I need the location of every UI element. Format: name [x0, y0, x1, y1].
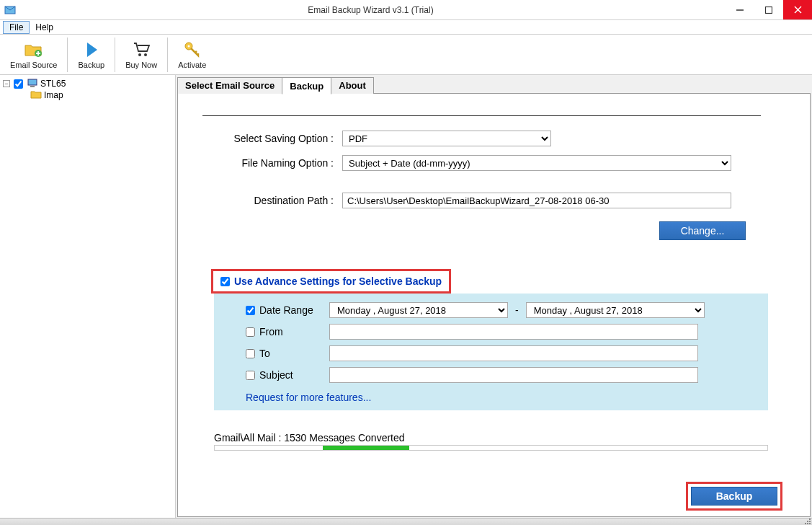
- tree-child-row[interactable]: Imap: [3, 89, 172, 101]
- folder-icon: [30, 90, 42, 100]
- toolbar-backup-label: Backup: [78, 61, 104, 69]
- subject-label: Subject: [259, 369, 293, 381]
- tree-child-label: Imap: [44, 90, 63, 100]
- statusbar: [0, 518, 812, 525]
- svg-rect-10: [28, 79, 37, 85]
- naming-option-label: File Naming Option :: [198, 157, 342, 169]
- tree-root-row[interactable]: − STL65: [3, 78, 172, 89]
- filter-panel: Date Range Monday , August 27, 2018 - Mo…: [214, 294, 768, 410]
- svg-point-6: [138, 53, 141, 56]
- date-dash: -: [515, 304, 519, 316]
- svg-point-9: [187, 45, 189, 48]
- svg-point-7: [144, 53, 147, 56]
- from-field: From: [246, 326, 325, 338]
- minimize-button[interactable]: [726, 0, 754, 19]
- tab-content-backup: Select Saving Option : PDF File Naming O…: [177, 93, 811, 517]
- toolbar-backup[interactable]: Backup: [72, 36, 110, 74]
- date-from-select[interactable]: Monday , August 27, 2018: [329, 302, 508, 318]
- folder-plus-icon: [24, 40, 44, 60]
- tree-collapse-icon[interactable]: −: [3, 80, 10, 87]
- titlebar: Email Backup Wizard v3.1 (Trial): [0, 0, 812, 20]
- play-icon: [81, 40, 102, 60]
- date-to-select[interactable]: Monday , August 27, 2018: [526, 302, 705, 318]
- change-button[interactable]: Change...: [659, 221, 746, 240]
- to-input[interactable]: [329, 345, 698, 361]
- svg-rect-11: [30, 86, 35, 87]
- backup-button-highlight: Backup: [686, 482, 782, 511]
- tab-backup[interactable]: Backup: [282, 77, 331, 94]
- cart-icon: [131, 40, 151, 60]
- toolbar-buy-now[interactable]: Buy Now: [120, 36, 163, 74]
- subject-checkbox[interactable]: [246, 371, 255, 380]
- to-checkbox[interactable]: [246, 349, 255, 358]
- resize-grip-icon[interactable]: [803, 517, 811, 524]
- tabstrip: Select Email Source Backup About: [177, 77, 812, 94]
- toolbar-activate[interactable]: Activate: [172, 36, 212, 74]
- from-input[interactable]: [329, 324, 698, 340]
- date-range-label: Date Range: [259, 304, 313, 316]
- toolbar-email-source-label: Email Source: [10, 61, 57, 69]
- window-controls: [726, 0, 812, 19]
- toolbar: Email Source Backup Buy Now Activate: [0, 35, 812, 75]
- tab-select-source[interactable]: Select Email Source: [177, 77, 282, 94]
- to-label: To: [259, 348, 270, 359]
- saving-option-label: Select Saving Option :: [198, 133, 342, 144]
- toolbar-separator: [67, 38, 68, 72]
- toolbar-email-source[interactable]: Email Source: [4, 36, 63, 74]
- advance-settings-label: Use Advance Settings for Selective Backu…: [234, 275, 442, 287]
- tree-root-checkbox[interactable]: [14, 79, 23, 89]
- backup-button[interactable]: Backup: [691, 487, 777, 506]
- destination-path-label: Destination Path :: [198, 195, 342, 206]
- advance-settings-highlight: Use Advance Settings for Selective Backu…: [211, 269, 451, 294]
- progress-fill: [323, 446, 409, 450]
- tree-root-label: STL65: [40, 79, 66, 89]
- menu-help[interactable]: Help: [30, 22, 59, 33]
- destination-path-input[interactable]: [342, 193, 731, 208]
- advance-settings-checkbox[interactable]: [220, 277, 230, 286]
- app-icon: [4, 4, 16, 16]
- toolbar-separator: [167, 38, 168, 72]
- toolbar-buy-now-label: Buy Now: [125, 61, 157, 69]
- menubar: File Help: [0, 20, 812, 35]
- maximize-button[interactable]: [754, 0, 783, 19]
- tree-panel: − STL65 Imap: [0, 75, 176, 518]
- computer-icon: [27, 79, 38, 89]
- status-text: Gmail\All Mail : 1530 Messages Converted: [214, 432, 768, 444]
- subject-field: Subject: [246, 369, 325, 381]
- more-features-link[interactable]: Request for more features...: [246, 392, 371, 403]
- toolbar-activate-label: Activate: [178, 61, 206, 69]
- toolbar-separator: [115, 38, 115, 72]
- svg-rect-2: [766, 6, 772, 13]
- from-label: From: [259, 326, 283, 338]
- key-icon: [182, 40, 202, 60]
- date-range-field: Date Range: [246, 304, 325, 316]
- tab-about[interactable]: About: [331, 77, 374, 94]
- progress-bar: [214, 445, 768, 451]
- to-field: To: [246, 348, 325, 359]
- date-range-checkbox[interactable]: [246, 306, 255, 315]
- menu-file[interactable]: File: [3, 21, 30, 34]
- subject-input[interactable]: [329, 367, 698, 383]
- naming-option-select[interactable]: Subject + Date (dd-mm-yyyy): [342, 155, 731, 171]
- separator-line: [202, 115, 761, 116]
- close-button[interactable]: [783, 0, 812, 19]
- window-title: Email Backup Wizard v3.1 (Trial): [16, 5, 726, 15]
- from-checkbox[interactable]: [246, 327, 255, 337]
- saving-option-select[interactable]: PDF: [342, 131, 551, 146]
